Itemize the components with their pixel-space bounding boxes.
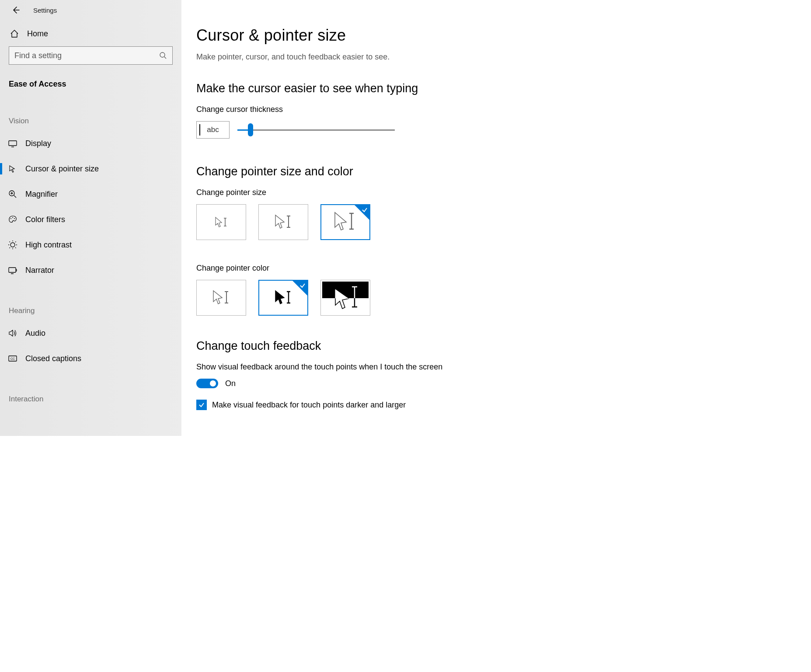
- group-hearing: Hearing: [0, 283, 181, 320]
- nav-color-filters-label: Color filters: [25, 215, 65, 224]
- nav-color-filters[interactable]: Color filters: [0, 207, 181, 232]
- nav-display[interactable]: Display: [0, 131, 181, 156]
- nav-cc-label: Closed captions: [25, 354, 81, 363]
- nav-magnifier[interactable]: Magnifier: [0, 181, 181, 207]
- pointer-section-heading: Change pointer size and color: [196, 165, 507, 178]
- pointer-medium-icon: [272, 213, 295, 231]
- svg-rect-10: [322, 282, 369, 298]
- nav-magnifier-label: Magnifier: [25, 190, 58, 199]
- palette-icon: [8, 215, 17, 224]
- pointer-black-icon: [272, 289, 295, 307]
- cursor-thickness-slider[interactable]: [237, 124, 395, 136]
- pointer-size-medium[interactable]: [258, 204, 308, 240]
- pointer-color-label: Change pointer color: [196, 264, 507, 273]
- touch-section-heading: Change touch feedback: [196, 339, 507, 353]
- checkmark-icon: [299, 282, 306, 289]
- checkmark-icon: [362, 207, 368, 213]
- nav-high-contrast-label: High contrast: [25, 240, 72, 250]
- svg-text:CC: CC: [10, 357, 15, 360]
- nav-narrator[interactable]: Narrator: [0, 258, 181, 283]
- touch-feedback-toggle[interactable]: [196, 379, 218, 388]
- touch-darker-checkbox[interactable]: [196, 400, 207, 410]
- slider-track-empty: [250, 129, 395, 131]
- pointer-color-inverted[interactable]: [320, 280, 370, 316]
- checkmark-icon: [198, 401, 205, 408]
- page-title: Cursor & pointer size: [196, 26, 507, 45]
- pointer-inverted-icon: [321, 281, 369, 315]
- nav-closed-captions[interactable]: CC Closed captions: [0, 346, 181, 371]
- cursor-section-heading: Make the cursor easier to see when typin…: [196, 82, 507, 95]
- touch-toggle-help: Show visual feedback around the touch po…: [196, 362, 507, 372]
- pointer-color-black[interactable]: [258, 280, 308, 316]
- pointer-size-tiles: [196, 204, 507, 240]
- svg-point-0: [160, 52, 165, 57]
- home-icon: [10, 29, 19, 38]
- nav-narrator-label: Narrator: [25, 266, 54, 275]
- svg-rect-1: [9, 141, 17, 146]
- cc-icon: CC: [8, 354, 17, 363]
- touch-toggle-state: On: [225, 379, 236, 388]
- group-interaction: Interaction: [0, 371, 181, 409]
- app-title: Settings: [33, 7, 57, 14]
- nav-audio[interactable]: Audio: [0, 320, 181, 346]
- nav-high-contrast[interactable]: High contrast: [0, 232, 181, 258]
- cursor-thickness-row: abc: [196, 121, 507, 139]
- svg-point-4: [12, 217, 13, 218]
- category-title: Ease of Access: [0, 71, 181, 93]
- magnifier-icon: [8, 189, 17, 199]
- pointer-small-icon: [212, 215, 230, 230]
- slider-thumb[interactable]: [248, 123, 253, 136]
- home-nav[interactable]: Home: [0, 20, 181, 46]
- svg-point-6: [10, 243, 15, 247]
- arrow-left-icon: [11, 6, 20, 14]
- group-vision: Vision: [0, 93, 181, 131]
- contrast-icon: [8, 240, 17, 250]
- display-icon: [8, 139, 17, 148]
- toggle-knob: [210, 380, 216, 386]
- back-button[interactable]: [10, 5, 21, 15]
- pointer-color-tiles: [196, 280, 507, 316]
- content-area: Cursor & pointer size Make pointer, curs…: [181, 0, 525, 436]
- nav-cursor[interactable]: Cursor & pointer size: [0, 156, 181, 181]
- nav-cursor-label: Cursor & pointer size: [25, 164, 99, 174]
- search-input[interactable]: [14, 51, 159, 60]
- touch-checkbox-label: Make visual feedback for touch points da…: [212, 400, 406, 410]
- search-icon: [159, 52, 167, 59]
- svg-point-3: [10, 218, 11, 219]
- nav-display-label: Display: [25, 139, 51, 148]
- page-description: Make pointer, cursor, and touch feedback…: [196, 52, 507, 62]
- pointer-white-icon: [210, 289, 233, 307]
- pointer-size-large[interactable]: [320, 204, 370, 240]
- sidebar: Settings Home Ease of Access Vision Disp…: [0, 0, 181, 436]
- cursor-thickness-label: Change cursor thickness: [196, 105, 507, 114]
- svg-point-5: [14, 218, 15, 219]
- search-box[interactable]: [9, 46, 173, 65]
- nav-audio-label: Audio: [25, 329, 45, 338]
- touch-checkbox-row: Make visual feedback for touch points da…: [196, 400, 507, 410]
- audio-icon: [8, 328, 17, 338]
- narrator-icon: [8, 265, 17, 275]
- titlebar: Settings: [0, 0, 181, 20]
- home-label: Home: [27, 29, 48, 38]
- pointer-size-label: Change pointer size: [196, 188, 507, 197]
- cursor-thickness-preview: abc: [196, 121, 230, 139]
- pointer-color-white[interactable]: [196, 280, 246, 316]
- pointer-size-small[interactable]: [196, 204, 246, 240]
- cursor-icon: [8, 164, 17, 174]
- svg-rect-7: [9, 268, 16, 272]
- touch-toggle-row: On: [196, 379, 507, 388]
